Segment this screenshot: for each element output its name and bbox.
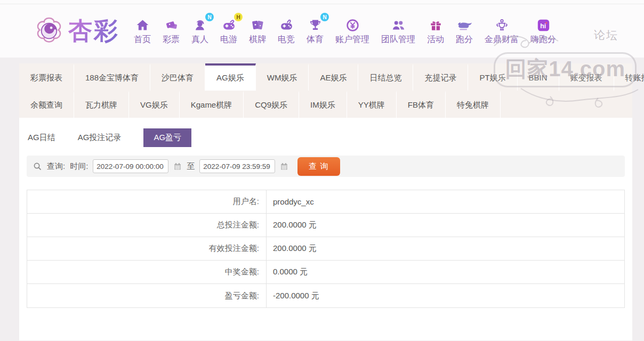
tab-label: AG娱乐: [216, 73, 244, 82]
tab-kgame-qipai[interactable]: Kgame棋牌: [180, 91, 244, 118]
nav-item-lottery[interactable]: 彩票: [157, 17, 186, 45]
subtab-ag-touzhu-jilu[interactable]: AG投注记录: [78, 128, 122, 147]
brand-name: 杏彩: [68, 15, 119, 47]
time-to-input[interactable]: [199, 159, 275, 173]
tab-rijie-zonglan[interactable]: 日结总览: [358, 63, 413, 91]
tab-label: 沙巴体育: [162, 73, 194, 82]
query-bar: 查询: 时间: 至 查 询: [27, 156, 625, 177]
tab-label: Kgame棋牌: [191, 100, 232, 109]
row-label: 总投注金额:: [27, 214, 267, 237]
tab-label: IM娱乐: [310, 100, 335, 109]
nav-item-label: 电竞: [278, 34, 295, 45]
nav-item-esports[interactable]: 电竞: [272, 17, 301, 45]
tab-zhuanzhang-baobiao[interactable]: 转账报表: [614, 63, 644, 91]
tab-label: 188金宝博体育: [85, 73, 139, 82]
brand-flower-icon: [34, 16, 64, 46]
nav-item-sports[interactable]: N 体育: [301, 17, 329, 45]
nav-item-activity[interactable]: 活动: [421, 17, 450, 45]
tab-caipiao-baobiao[interactable]: 彩票报表: [19, 63, 74, 91]
tab-cq9-yule[interactable]: CQ9娱乐: [244, 91, 299, 118]
tab-im-yule[interactable]: IM娱乐: [299, 91, 347, 118]
tab-label: PT娱乐: [479, 73, 505, 82]
hi-app-icon: hi: [535, 17, 552, 33]
tab-ae-yule[interactable]: AE娱乐: [309, 63, 358, 91]
nav-item-label: 彩票: [163, 34, 180, 45]
subtab-ag-yingkui[interactable]: AG盈亏: [143, 128, 191, 147]
time-label: 时间:: [70, 161, 88, 172]
cards-icon: [249, 17, 266, 33]
subtab-label: AG日结: [28, 133, 55, 142]
table-row: 用户名: proddyc_xc: [27, 190, 624, 214]
tab-yue-chaxun[interactable]: 余额查询: [19, 91, 74, 118]
tab-label: FB体育: [408, 100, 434, 109]
table-row: 有效投注金额: 200.0000 元: [27, 237, 624, 261]
tab-188jinbaobo[interactable]: 188金宝博体育: [74, 63, 150, 91]
tab-label: BBIN: [529, 73, 548, 82]
tab-label: 彩票报表: [30, 73, 62, 82]
search-icon: [33, 162, 42, 171]
tab-pt-yule[interactable]: PT娱乐: [468, 63, 517, 91]
esports-gamepad-icon: [278, 17, 295, 33]
tab-tetu-qipai[interactable]: 特兔棋牌: [446, 91, 501, 118]
tab-vg-yule[interactable]: VG娱乐: [129, 91, 180, 118]
time-from-input[interactable]: [93, 159, 168, 173]
team-people-icon: [390, 17, 407, 33]
query-submit-button[interactable]: 查 询: [297, 157, 340, 176]
brand-logo[interactable]: 杏彩: [34, 15, 119, 47]
tab-label: 账变报表: [570, 73, 602, 82]
main-nav: 首页 彩票 N 真人 H 电游 棋牌 电竞: [128, 17, 562, 45]
jinding-wealth-icon: [493, 17, 510, 33]
nav-item-slots[interactable]: H 电游: [214, 17, 243, 45]
nav-item-paofen[interactable]: 跑分: [450, 17, 479, 45]
tab-label: VG娱乐: [140, 100, 168, 109]
row-label: 有效投注金额:: [27, 237, 267, 260]
table-row: 中奖金额: 0.0000 元: [27, 261, 624, 284]
tab-chongti-jilu[interactable]: 充提记录: [413, 63, 468, 91]
table-row: 总投注金额: 200.0000 元: [27, 214, 624, 237]
nav-item-label: 账户管理: [335, 34, 369, 45]
new-badge: N: [320, 13, 329, 21]
watermark-forum-text: 论坛: [594, 28, 618, 43]
nav-item-label: 活动: [427, 34, 444, 45]
new-badge: N: [205, 13, 214, 21]
paofen-rhino-icon: [456, 17, 473, 33]
tab-ag-yule[interactable]: AG娱乐: [205, 63, 256, 91]
nav-item-label: 金鼎财富: [485, 34, 519, 45]
row-value: 0.0000 元: [267, 261, 624, 283]
nav-item-cards[interactable]: 棋牌: [243, 17, 272, 45]
to-separator: 至: [187, 161, 195, 172]
tab-wali-qipai[interactable]: 瓦力棋牌: [74, 91, 129, 118]
nav-item-account[interactable]: 账户管理: [329, 17, 375, 45]
tab-row-2: 余额查询 瓦力棋牌 VG娱乐 Kgame棋牌 CQ9娱乐 IM娱乐 YY棋牌 F…: [19, 91, 632, 118]
subtab-ag-rijie[interactable]: AG日结: [28, 128, 55, 147]
profit-summary-table: 用户名: proddyc_xc 总投注金额: 200.0000 元 有效投注金额…: [27, 190, 625, 308]
nav-item-team[interactable]: 团队管理: [375, 17, 421, 45]
calendar-icon[interactable]: [280, 162, 288, 171]
ag-subtabs: AG日结 AG投注记录 AG盈亏: [28, 128, 625, 147]
tab-bbin[interactable]: BBIN: [518, 63, 559, 91]
new-badge: H: [234, 13, 243, 21]
tab-fb-tiyu[interactable]: FB体育: [397, 91, 446, 118]
nav-item-label: 跑分: [456, 34, 473, 45]
nav-item-label: 体育: [307, 34, 324, 45]
tab-row-1: 彩票报表 188金宝博体育 沙巴体育 AG娱乐 WM娱乐 AE娱乐 日结总览 充…: [19, 63, 632, 91]
nav-item-live-casino[interactable]: N 真人: [186, 17, 214, 45]
tab-zhangbian-baobiao[interactable]: 账变报表: [559, 63, 614, 91]
nav-item-home[interactable]: 首页: [128, 17, 157, 45]
tab-label: 充提记录: [424, 73, 456, 82]
activity-gift-icon: [427, 17, 444, 33]
tab-shaba-tiyu[interactable]: 沙巴体育: [150, 63, 205, 91]
nav-item-label: 团队管理: [381, 34, 415, 45]
nav-item-label: 电游: [220, 34, 237, 45]
tab-content: AG日结 AG投注记录 AG盈亏 查询: 时间: 至 查 询: [19, 118, 632, 308]
subtab-label: AG盈亏: [154, 133, 181, 142]
tab-yy-qipai[interactable]: YY棋牌: [347, 91, 397, 118]
query-label: 查询:: [47, 161, 65, 172]
tab-label: YY棋牌: [358, 100, 385, 109]
nav-item-hipaofen[interactable]: hi 嗨跑分: [525, 17, 562, 45]
calendar-icon[interactable]: [173, 162, 182, 171]
tab-wm-yule[interactable]: WM娱乐: [256, 63, 309, 91]
tab-label: AE娱乐: [320, 73, 347, 82]
row-value: proddyc_xc: [267, 190, 624, 213]
nav-item-jinding[interactable]: 金鼎财富: [479, 17, 525, 45]
